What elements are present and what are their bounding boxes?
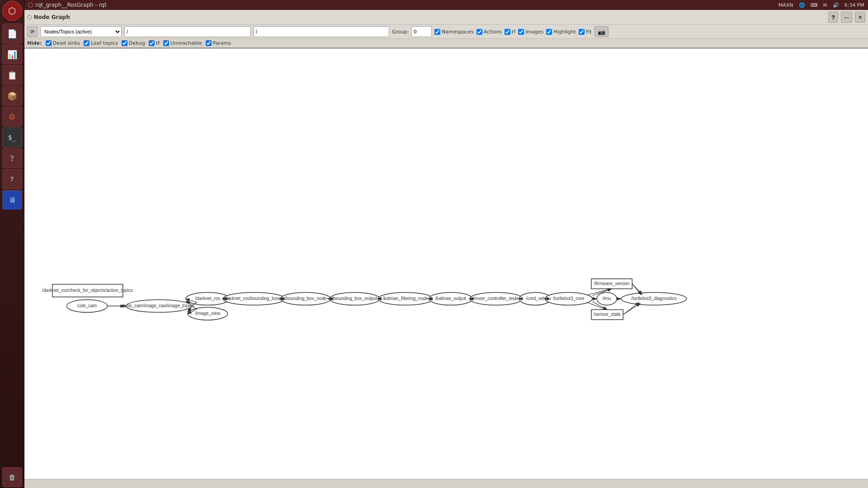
debug-group[interactable]: Debug <box>122 40 145 46</box>
sidebar-btn-spreadsheet[interactable]: 📊 <box>2 44 22 64</box>
sidebar-btn-documents[interactable]: 📄 <box>2 23 22 43</box>
namespaces-checkbox[interactable] <box>434 29 440 35</box>
params-label: Params <box>213 40 231 46</box>
leaf-topics-label: Leaf topics <box>91 40 118 46</box>
dead-sinks-checkbox[interactable] <box>46 40 52 46</box>
volume-icon: 🔊 <box>833 2 839 8</box>
network-icon: 🌐 <box>799 2 805 8</box>
edge15 <box>632 284 642 294</box>
svg-text:/sensor_state: /sensor_state <box>594 312 621 317</box>
hide-tf-checkbox[interactable] <box>149 40 155 46</box>
graph-canvas[interactable]: .node-ellipse { fill: white; stroke: #33… <box>24 49 868 479</box>
group-label: Group: <box>392 29 409 35</box>
hide-label: Hide: <box>27 40 42 46</box>
unreachable-label: Unreachable <box>170 40 202 46</box>
leaf-topics-group[interactable]: Leaf topics <box>84 40 118 46</box>
node-graph-icon: ⬡ <box>27 14 32 20</box>
svg-text:/firmware_version: /firmware_version <box>594 281 630 286</box>
svg-text:/rover_controller_node: /rover_controller_node <box>473 296 519 301</box>
bottombar <box>24 479 868 488</box>
leaf-topics-checkbox[interactable] <box>84 40 90 46</box>
actions-checkbox-group[interactable]: Actions <box>476 29 502 35</box>
images-checkbox-group[interactable]: Images <box>518 29 543 35</box>
fit-checkbox[interactable] <box>579 29 585 35</box>
sidebar-btn-unknown[interactable]: ? <box>2 169 22 189</box>
main-area: ⬡ rqt_graph__RosGraph - rqt MAXN 🌐 ⌨ ✉ 🔊… <box>24 0 868 488</box>
sidebar-btn-help[interactable]: ? <box>2 148 22 168</box>
highlight-checkbox-group[interactable]: Highlight <box>546 29 576 35</box>
toolbar-row: ⟳ Nodes/Topics (active) Nodes only Nodes… <box>24 25 868 39</box>
hide-row: Hide: Dead sinks Leaf topics Debug tf Un… <box>24 39 868 48</box>
close-button[interactable]: ✕ <box>855 12 865 23</box>
username: MAXN <box>778 2 793 8</box>
sidebar-btn-settings[interactable]: ⚙ <box>2 107 22 127</box>
fit-label: Fit <box>586 29 592 35</box>
svg-text:/cmd_vel: /cmd_vel <box>526 296 544 301</box>
actions-label: Actions <box>484 29 502 35</box>
dead-sinks-label: Dead sinks <box>53 40 80 46</box>
group-input[interactable] <box>411 26 432 37</box>
svg-text:/usb_cam: /usb_cam <box>77 303 97 308</box>
app-icon: ⬡ <box>28 1 33 9</box>
svg-text:/kalman_output: /kalman_output <box>435 296 467 301</box>
namespaces-checkbox-group[interactable]: Namespaces <box>434 29 473 35</box>
sidebar-btn-display[interactable]: 🖥 <box>2 190 22 210</box>
svg-text:/darknet_ros: /darknet_ros <box>195 296 220 301</box>
svg-text:/darknet_ros/bounding_boxes: /darknet_ros/bounding_boxes <box>224 296 284 301</box>
screenshot-button[interactable]: 📷 <box>594 26 609 37</box>
node-graph-header: ⬡ Node Graph ? — ✕ <box>24 10 868 25</box>
debug-checkbox[interactable] <box>122 40 127 46</box>
images-label: Images <box>525 29 543 35</box>
actions-checkbox[interactable] <box>476 29 482 35</box>
highlight-label: Highlight <box>553 29 576 35</box>
minimize-button[interactable]: — <box>841 12 852 23</box>
svg-text:/turtlebot3_diagnostics: /turtlebot3_diagnostics <box>631 296 676 301</box>
svg-text:/kalman_filtering_node: /kalman_filtering_node <box>382 296 428 301</box>
refresh-button[interactable]: ⟳ <box>27 26 38 37</box>
params-group[interactable]: Params <box>206 40 231 46</box>
svg-text:/imu: /imu <box>603 296 611 301</box>
clock: 6:34 PM <box>844 2 864 8</box>
sidebar-btn-terminal[interactable]: $_ <box>2 127 22 147</box>
sidebar-btn-presentation[interactable]: 📋 <box>2 65 22 85</box>
graph-svg: .node-ellipse { fill: white; stroke: #33… <box>24 49 868 479</box>
svg-text:/bounding_box_output: /bounding_box_output <box>332 296 377 301</box>
topbar: ⬡ Node Graph ? — ✕ ⟳ Nodes/Topics (activ… <box>24 10 868 49</box>
fit-checkbox-group[interactable]: Fit <box>579 29 592 35</box>
tf-checkbox[interactable] <box>505 29 510 35</box>
display-mode-select[interactable]: Nodes/Topics (active) Nodes only Nodes/T… <box>40 26 122 37</box>
tf-checkbox-group[interactable]: tf <box>505 29 515 35</box>
window-title: rqt_graph__RosGraph - rqt <box>35 2 106 8</box>
svg-text:/darknet_ros/check_for_objects: /darknet_ros/check_for_objects/action_to… <box>42 288 132 293</box>
keyboard-icon: ⌨ <box>811 2 818 8</box>
titlebar-left: ⬡ rqt_graph__RosGraph - rqt <box>28 1 107 9</box>
svg-text:/usb_cam/image_raw/image_topic: /usb_cam/image_raw/image_topics <box>123 303 194 308</box>
filter2-input[interactable] <box>254 26 389 37</box>
highlight-checkbox[interactable] <box>546 29 552 35</box>
edge17 <box>623 303 640 314</box>
sidebar-btn-trash[interactable]: 🗑 <box>2 467 22 487</box>
svg-text:/image_view: /image_view <box>195 311 220 316</box>
sidebar-btn-ros[interactable]: ⬡ <box>2 1 22 21</box>
hide-tf-label: tf <box>156 40 160 46</box>
node-graph-label: Node Graph <box>33 14 70 20</box>
namespaces-label: Namespaces <box>442 29 473 35</box>
unreachable-checkbox[interactable] <box>163 40 169 46</box>
svg-text:/turtlebot3_core: /turtlebot3_core <box>553 296 585 301</box>
hide-tf-group[interactable]: tf <box>149 40 160 46</box>
titlebar-right: MAXN 🌐 ⌨ ✉ 🔊 6:34 PM <box>778 2 864 8</box>
debug-label: Debug <box>129 40 145 46</box>
unreachable-group[interactable]: Unreachable <box>163 40 202 46</box>
titlebar: ⬡ rqt_graph__RosGraph - rqt MAXN 🌐 ⌨ ✉ 🔊… <box>24 0 868 10</box>
params-checkbox[interactable] <box>206 40 212 46</box>
sidebar-btn-packages[interactable]: 📦 <box>2 86 22 106</box>
images-checkbox[interactable] <box>518 29 524 35</box>
svg-text:/bounding_box_node: /bounding_box_node <box>284 296 327 301</box>
node-graph-title: ⬡ Node Graph <box>27 14 70 20</box>
sidebar: ⬡ 📄 📊 📋 📦 ⚙ $_ ? ? 🖥 🗑 <box>0 0 24 488</box>
filter1-input[interactable] <box>124 26 251 37</box>
mail-icon: ✉ <box>823 2 827 8</box>
dead-sinks-group[interactable]: Dead sinks <box>46 40 80 46</box>
help-button[interactable]: ? <box>828 12 838 23</box>
tf-label: tf <box>512 29 515 35</box>
